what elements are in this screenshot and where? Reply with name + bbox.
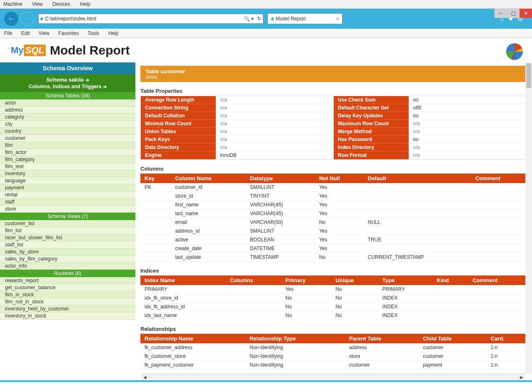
- minimize-button[interactable]: ─: [495, 9, 507, 18]
- table-row: store_idTINYINTYes: [140, 192, 527, 201]
- sidebar-item[interactable]: film_actor: [0, 149, 135, 156]
- sidebar-item[interactable]: rental: [0, 191, 135, 198]
- column-header: Column Name: [171, 174, 246, 183]
- column-header: Relationship Name: [140, 334, 245, 343]
- table-row: emailVARCHAR(50)NoNULL: [140, 218, 527, 227]
- section-header[interactable]: Schema Views (7): [0, 213, 135, 220]
- table-row: fk_customer_storeNon-Identifyingstorecus…: [140, 352, 527, 361]
- ie-menu-edit[interactable]: Edit: [21, 30, 30, 36]
- property-label: Default Character Set: [334, 104, 409, 112]
- sidebar-item[interactable]: inventory_held_by_customer: [0, 305, 135, 313]
- property-row: Data Directoryn/a: [141, 144, 334, 151]
- ie-icon: e: [271, 16, 274, 22]
- ie-menu-favorites[interactable]: Favorites: [58, 30, 79, 36]
- sidebar-item[interactable]: customer_list: [0, 220, 135, 227]
- schema-title: Schema sakila: [46, 77, 84, 83]
- vm-menu-machine[interactable]: Machine: [3, 1, 22, 7]
- sidebar-item[interactable]: actor_info: [0, 263, 135, 270]
- indices-table: Index NameColumnsPrimaryUniqueTypeKindCo…: [140, 275, 527, 320]
- scrollbar-thumb[interactable]: [526, 63, 531, 88]
- column-header: Datatype: [246, 174, 315, 183]
- sidebar-item[interactable]: inventory_in_stock: [0, 313, 135, 320]
- tab-close-icon[interactable]: ✕: [336, 16, 340, 22]
- property-row: Connection Stringn/a: [141, 104, 334, 112]
- sidebar-item[interactable]: address: [0, 107, 135, 114]
- main-content: Table customer (6/16) Table Properties A…: [135, 62, 532, 374]
- property-label: Maximum Row Count: [334, 120, 409, 128]
- sidebar-item[interactable]: customer: [0, 135, 135, 142]
- property-value: InnoDB: [216, 151, 334, 159]
- overview-header[interactable]: Schema Overview: [0, 62, 135, 74]
- sidebar-item[interactable]: language: [0, 177, 135, 184]
- vm-menu-view[interactable]: View: [32, 1, 43, 7]
- property-label: Default Collation: [141, 112, 216, 120]
- sidebar-item[interactable]: inventory: [0, 170, 135, 177]
- vertical-scrollbar[interactable]: [525, 62, 532, 374]
- section-header[interactable]: Routines (6): [0, 270, 135, 277]
- sidebar-item[interactable]: city: [0, 121, 135, 128]
- property-value: n/a: [409, 120, 527, 128]
- sidebar-item[interactable]: sales_by_store: [0, 248, 135, 256]
- scroll-left-icon[interactable]: ◀: [143, 375, 147, 380]
- arrow-right-icon: ➔: [85, 77, 89, 82]
- sidebar-item[interactable]: film_list: [0, 227, 135, 234]
- ie-menu-view[interactable]: View: [39, 30, 50, 36]
- property-row: Union Tablesn/a: [141, 128, 334, 136]
- dolphin-icon: 〰: [7, 46, 11, 51]
- sidebar-item[interactable]: film: [0, 142, 135, 149]
- ie-menu-file[interactable]: File: [4, 30, 12, 36]
- sidebar-item[interactable]: actor: [0, 99, 135, 107]
- property-row: Has Passwordno: [334, 136, 527, 144]
- table-row: create_dateDATETIMEYes: [140, 244, 527, 253]
- sidebar-item[interactable]: store: [0, 206, 135, 213]
- tab-title: Model Report: [276, 16, 306, 22]
- ie-menu-tools[interactable]: Tools: [87, 30, 99, 36]
- refresh-icon[interactable]: ↻: [257, 16, 261, 22]
- schema-header[interactable]: Schema sakila➔ Columns, Indices and Trig…: [0, 74, 135, 92]
- browser-tab[interactable]: e Model Report ✕: [267, 13, 342, 24]
- sidebar-item[interactable]: nicer_but_slower_film_list: [0, 234, 135, 241]
- scroll-right-icon[interactable]: ▶: [520, 375, 523, 380]
- back-button[interactable]: ←: [4, 12, 18, 26]
- table-row: PKcustomer_idSMALLINTYes: [140, 183, 527, 192]
- property-label: Row Format: [334, 151, 409, 159]
- sidebar-item[interactable]: film_category: [0, 156, 135, 163]
- sidebar-item[interactable]: get_customer_balance: [0, 284, 135, 291]
- sidebar-item[interactable]: rewards_report: [0, 277, 135, 284]
- relationships-title: Relationships: [140, 326, 527, 332]
- sidebar-item[interactable]: sales_by_film_category: [0, 256, 135, 263]
- sidebar-item[interactable]: staff_list: [0, 241, 135, 248]
- column-header: Child Table: [419, 334, 487, 343]
- sidebar-item[interactable]: film_in_stock: [0, 291, 135, 298]
- ie-menu-help[interactable]: Help: [108, 30, 119, 36]
- property-row: EngineInnoDB: [141, 151, 334, 159]
- ie-menubar: File Edit View Favorites Tools Help: [0, 29, 532, 38]
- sidebar-item[interactable]: category: [0, 114, 135, 121]
- sidebar-item[interactable]: film_text: [0, 163, 135, 170]
- sidebar-item[interactable]: film_not_in_stock: [0, 298, 135, 305]
- taskbar-edge: [0, 380, 532, 382]
- close-button[interactable]: ✕: [520, 9, 532, 18]
- browser-chrome: ─ ▢ ✕ ← → e C:\wb\report\index.html 🔍 ▾ …: [0, 9, 532, 29]
- sidebar-item[interactable]: payment: [0, 184, 135, 191]
- vm-menubar: Machine View Devices Help: [0, 0, 532, 9]
- property-value: no: [409, 96, 527, 104]
- section-header[interactable]: Schema Tables (16): [0, 92, 135, 99]
- property-row: Minimal Row Countn/a: [141, 120, 334, 128]
- sidebar-item[interactable]: country: [0, 128, 135, 135]
- vm-menu-help[interactable]: Help: [80, 1, 90, 7]
- horizontal-scrollbar[interactable]: ◀ ▶: [142, 374, 525, 380]
- column-header: Columns: [226, 275, 281, 285]
- maximize-button[interactable]: ▢: [507, 9, 520, 18]
- property-row: Default Character Setutf8: [334, 104, 527, 112]
- sidebar-item[interactable]: staff: [0, 198, 135, 206]
- page-title: Model Report: [50, 43, 130, 57]
- column-header: Unique: [331, 275, 378, 285]
- vm-menu-devices[interactable]: Devices: [52, 1, 70, 7]
- search-icon[interactable]: 🔍 ▾: [244, 16, 254, 22]
- property-label: Union Tables: [141, 128, 216, 136]
- forward-button[interactable]: →: [20, 12, 34, 26]
- property-value: n/a: [216, 104, 334, 112]
- url-bar[interactable]: e C:\wb\report\index.html 🔍 ▾ ↻: [38, 14, 263, 24]
- property-value: no: [409, 136, 527, 144]
